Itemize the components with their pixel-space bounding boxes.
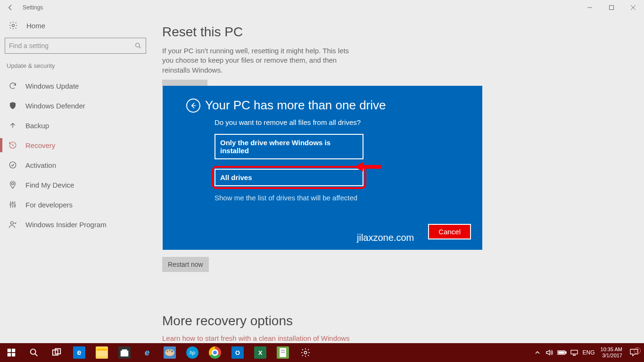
sidebar: Home Update & security Windows Update Wi…	[0, 15, 151, 343]
gear-icon	[8, 21, 18, 30]
watermark-text: jilaxzone.com	[357, 232, 414, 243]
clock-date: 3/1/2017	[601, 353, 622, 359]
backup-arrow-icon	[8, 121, 17, 130]
close-button[interactable]	[622, 0, 644, 15]
sidebar-item-recovery[interactable]: Recovery	[5, 135, 146, 155]
svg-point-3	[9, 162, 16, 168]
outlook-icon[interactable]: O	[226, 343, 249, 362]
svg-point-20	[169, 349, 171, 351]
sidebar-item-activation[interactable]: Activation	[5, 155, 146, 175]
sidebar-item-windows-insider[interactable]: Windows Insider Program	[5, 214, 146, 234]
window-title: Settings	[23, 4, 43, 11]
search-input[interactable]	[9, 42, 134, 49]
sidebar-item-windows-defender[interactable]: Windows Defender	[5, 96, 146, 115]
show-drive-list-link[interactable]: Show me the list of drives that will be …	[215, 194, 471, 202]
svg-rect-0	[610, 6, 614, 10]
internet-explorer-icon[interactable]: e	[136, 343, 158, 362]
back-button[interactable]	[5, 2, 16, 13]
svg-rect-10	[12, 349, 15, 352]
windows-store-icon[interactable]	[113, 343, 136, 362]
tools-icon	[8, 200, 17, 209]
reset-pc-description: If your PC isn't running well, resetting…	[162, 46, 360, 75]
sidebar-item-find-my-device[interactable]: Find My Device	[5, 175, 146, 195]
sidebar-item-label: Activation	[25, 161, 56, 169]
sidebar-item-label: Windows Update	[25, 82, 79, 90]
paint-icon[interactable]	[158, 343, 181, 362]
svg-point-7	[14, 205, 16, 206]
sidebar-item-for-developers[interactable]: For developers	[5, 195, 146, 214]
notepad-icon[interactable]	[272, 343, 294, 362]
shield-icon	[8, 101, 17, 110]
svg-rect-17	[97, 351, 107, 356]
svg-point-21	[171, 351, 173, 353]
option-all-drives[interactable]: All drives	[215, 169, 363, 186]
sidebar-item-windows-update[interactable]: Windows Update	[5, 76, 146, 96]
svg-point-4	[12, 183, 14, 185]
option-only-windows-drive[interactable]: Only the drive where Windows is installe…	[215, 134, 363, 159]
window-titlebar: Settings	[0, 0, 644, 15]
svg-point-6	[12, 203, 14, 204]
cancel-button[interactable]: Cancel	[428, 224, 471, 239]
clock-time: 10:35 AM	[601, 346, 622, 353]
more-recovery-heading: More recovery options	[162, 313, 644, 329]
search-taskbar-button[interactable]	[23, 343, 45, 362]
volume-icon[interactable]	[544, 343, 555, 362]
start-button[interactable]	[0, 343, 23, 362]
task-view-button[interactable]	[45, 343, 68, 362]
sidebar-item-label: Backup	[25, 122, 49, 130]
sidebar-item-label: Find My Device	[25, 181, 74, 189]
svg-rect-24	[281, 352, 285, 353]
svg-rect-11	[8, 353, 11, 356]
svg-rect-27	[565, 352, 566, 354]
reset-pc-heading: Reset this PC	[162, 25, 644, 40]
minimize-button[interactable]	[579, 0, 601, 15]
sidebar-item-label: For developers	[25, 201, 73, 209]
svg-point-13	[31, 349, 36, 354]
svg-rect-9	[8, 349, 11, 352]
svg-point-5	[10, 204, 11, 206]
svg-point-19	[166, 351, 168, 353]
hp-app-icon[interactable]: hp	[181, 343, 204, 362]
sidebar-item-backup[interactable]: Backup	[5, 115, 146, 135]
svg-point-8	[11, 222, 14, 224]
annotation-arrow-icon	[354, 160, 382, 175]
sidebar-home[interactable]: Home	[5, 15, 146, 36]
start-fresh-link[interactable]: Learn how to start fresh with a clean in…	[162, 334, 350, 342]
maximize-button[interactable]	[601, 0, 622, 15]
excel-icon[interactable]: X	[249, 343, 272, 362]
notification-badge: 1	[634, 347, 641, 354]
restart-now-button[interactable]: Restart now	[162, 257, 209, 272]
sidebar-item-label: Windows Insider Program	[25, 221, 107, 229]
settings-taskbar-icon[interactable]	[294, 343, 317, 362]
check-circle-icon	[8, 161, 17, 169]
dialog-title: Your PC has more than one drive	[205, 98, 386, 113]
chrome-icon[interactable]	[204, 343, 226, 362]
search-settings[interactable]	[5, 38, 146, 54]
drive-selection-dialog: Your PC has more than one drive Do you w…	[163, 86, 482, 250]
language-indicator[interactable]: ENG	[581, 349, 597, 356]
sidebar-group-label: Update & security	[5, 62, 146, 69]
edge-browser-icon[interactable]: e	[68, 343, 91, 362]
svg-point-25	[304, 351, 307, 354]
file-explorer-icon[interactable]	[91, 343, 113, 362]
person-icon	[8, 220, 17, 229]
action-center-icon[interactable]: 1	[626, 349, 642, 356]
svg-point-2	[136, 43, 140, 47]
dialog-back-button[interactable]	[186, 99, 200, 113]
tray-chevron-icon[interactable]	[532, 343, 543, 362]
home-label: Home	[26, 22, 45, 30]
sync-icon	[8, 82, 17, 90]
svg-point-1	[12, 25, 15, 27]
battery-icon[interactable]	[556, 343, 568, 362]
taskbar: e e hp O X ENG 10:35 AM 3/1/2017 1	[0, 343, 644, 362]
svg-rect-28	[559, 352, 564, 354]
taskbar-clock[interactable]: 10:35 AM 3/1/2017	[598, 346, 625, 358]
svg-rect-12	[12, 353, 15, 356]
sidebar-item-label: Recovery	[25, 141, 55, 149]
dialog-question: Do you want to remove all files from all…	[215, 118, 471, 126]
search-icon	[134, 42, 142, 49]
sidebar-item-label: Windows Defender	[25, 102, 85, 110]
svg-rect-23	[281, 350, 285, 351]
network-icon[interactable]	[569, 343, 580, 362]
get-started-button-obscured[interactable]	[162, 80, 207, 86]
